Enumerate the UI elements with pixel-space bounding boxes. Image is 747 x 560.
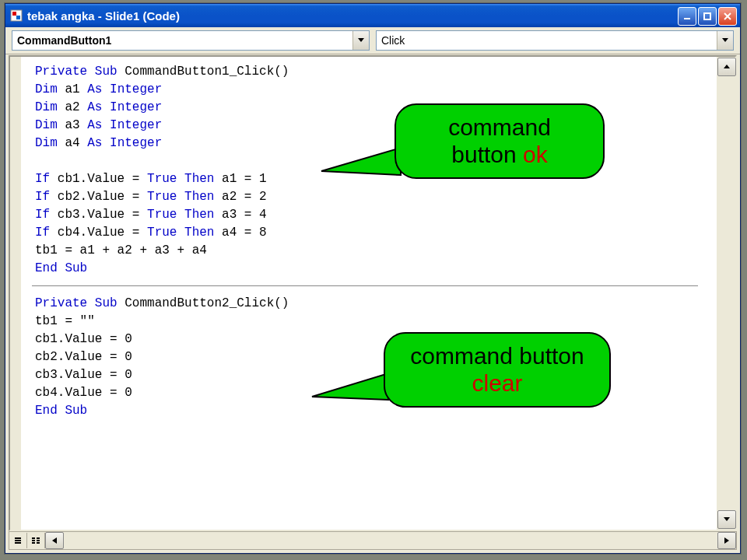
- svg-rect-11: [15, 542, 21, 544]
- titlebar[interactable]: tebak angka - Slide1 (Code): [5, 4, 740, 27]
- code-line: If cb4.Value = True Then a4 = 8: [35, 224, 709, 242]
- code-line: [35, 152, 709, 170]
- callout-ok: command button ok: [395, 103, 605, 179]
- full-module-view-button[interactable]: [27, 533, 45, 548]
- svg-rect-10: [15, 540, 21, 541]
- chevron-down-icon[interactable]: [717, 31, 733, 50]
- svg-rect-16: [32, 542, 35, 544]
- callout-text: command button: [410, 343, 584, 369]
- svg-rect-15: [37, 540, 40, 541]
- horizontal-scrollbar[interactable]: [64, 533, 717, 548]
- code-line: End Sub: [35, 260, 709, 278]
- object-dropdown[interactable]: CommandButton1: [12, 30, 370, 51]
- code-line: cb2.Value = 0: [35, 348, 289, 366]
- object-dropdown-value: CommandButton1: [12, 31, 352, 50]
- procedure-view-button[interactable]: [9, 533, 27, 548]
- vertical-scrollbar[interactable]: [716, 57, 735, 530]
- procedure-separator: [32, 285, 698, 286]
- minimize-button[interactable]: [678, 7, 696, 26]
- chevron-down-icon[interactable]: [352, 31, 369, 50]
- svg-rect-1: [12, 12, 16, 16]
- svg-marker-19: [724, 537, 729, 544]
- svg-marker-7: [724, 65, 730, 68]
- code-line: Dim a4 As Integer: [35, 135, 709, 152]
- code-line: Dim a1 As Integer: [35, 81, 709, 99]
- svg-marker-6: [722, 38, 728, 42]
- svg-rect-4: [704, 13, 710, 19]
- event-dropdown-value: Click: [377, 31, 717, 50]
- svg-rect-3: [684, 18, 690, 19]
- maximize-button[interactable]: [698, 7, 717, 26]
- code-line: End Sub: [35, 402, 289, 420]
- code-line: If cb1.Value = True Then a1 = 1: [35, 170, 709, 188]
- app-icon: [10, 9, 23, 22]
- code-line: If cb2.Value = True Then a2 = 2: [35, 188, 709, 206]
- svg-marker-5: [358, 38, 364, 42]
- dropdown-bar: CommandButton1 Click: [5, 27, 740, 54]
- svg-rect-12: [32, 537, 35, 539]
- window-title: tebak angka - Slide1 (Code): [27, 9, 180, 23]
- code-line: cb1.Value = 0: [35, 331, 289, 348]
- event-dropdown[interactable]: Click: [376, 30, 734, 51]
- vb-editor-window: tebak angka - Slide1 (Code) CommandButto…: [5, 3, 741, 554]
- code-line: tb1 = "": [35, 313, 289, 331]
- svg-rect-2: [16, 16, 20, 19]
- code-line: Private Sub CommandButton1_Click(): [35, 63, 709, 81]
- svg-marker-8: [724, 517, 730, 521]
- callout-highlight: ok: [523, 142, 548, 167]
- margin-indicator-bar: [10, 57, 22, 530]
- code-line: Dim a3 As Integer: [35, 117, 709, 135]
- bottom-bar: [9, 531, 737, 550]
- svg-rect-14: [32, 540, 35, 541]
- code-line: Private Sub CommandButton2_Click(): [35, 295, 289, 313]
- scroll-right-button[interactable]: [717, 532, 736, 549]
- code-line: tb1 = a1 + a2 + a3 + a4: [35, 242, 709, 260]
- code-line: cb3.Value = 0: [35, 366, 289, 384]
- scroll-left-button[interactable]: [45, 532, 64, 549]
- code-line: Dim a2 As Integer: [35, 99, 709, 117]
- scroll-up-button[interactable]: [717, 58, 736, 76]
- code-area-wrap: Private Sub CommandButton1_Click() Dim a…: [9, 55, 737, 531]
- svg-rect-17: [37, 542, 40, 544]
- svg-rect-9: [15, 537, 21, 539]
- code-line: cb4.Value = 0: [35, 384, 289, 402]
- scroll-down-button[interactable]: [717, 510, 736, 529]
- code-editor[interactable]: Private Sub CommandButton1_Click() Dim a…: [21, 57, 717, 530]
- svg-marker-18: [52, 537, 57, 544]
- close-button[interactable]: [718, 7, 737, 26]
- callout-highlight: clear: [472, 370, 522, 396]
- code-line: If cb3.Value = True Then a3 = 4: [35, 206, 709, 224]
- callout-clear: command button clear: [384, 332, 611, 408]
- svg-rect-13: [37, 537, 40, 539]
